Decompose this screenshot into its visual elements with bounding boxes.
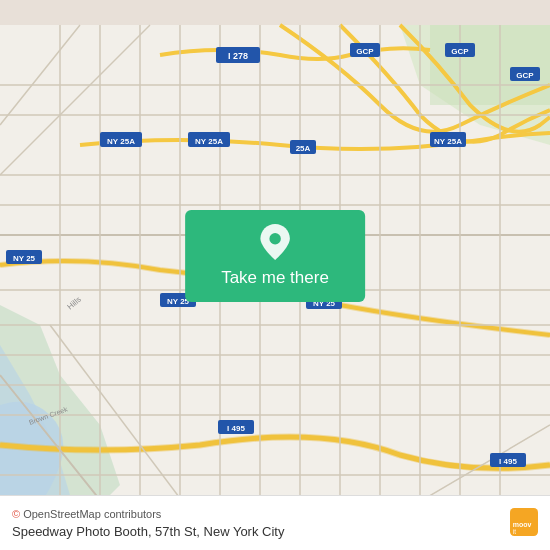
moovit-logo: moov it: [510, 508, 538, 536]
svg-text:25A: 25A: [296, 144, 311, 153]
svg-text:moov: moov: [513, 521, 532, 528]
location-text: Speedway Photo Booth, 57th St, New York …: [12, 524, 284, 539]
map-container: I 278 GCP GCP GCP NY 25A NY 25A NY 25A 2…: [0, 0, 550, 550]
take-me-there-button[interactable]: Take me there: [185, 210, 365, 302]
svg-text:I 495: I 495: [227, 424, 245, 433]
cta-label: Take me there: [221, 268, 329, 288]
svg-text:NY 25A: NY 25A: [107, 137, 135, 146]
bottom-bar-left: © OpenStreetMap contributors Speedway Ph…: [12, 504, 284, 540]
svg-text:NY 25: NY 25: [13, 254, 36, 263]
bottom-bar: © OpenStreetMap contributors Speedway Ph…: [0, 495, 550, 550]
attribution-text: © OpenStreetMap contributors: [12, 508, 161, 520]
svg-text:NY 25A: NY 25A: [195, 137, 223, 146]
location-pin-icon: [257, 224, 293, 260]
moovit-icon: moov it: [510, 508, 538, 536]
svg-text:I 278: I 278: [228, 51, 248, 61]
svg-point-57: [269, 233, 280, 244]
svg-text:GCP: GCP: [451, 47, 469, 56]
svg-text:GCP: GCP: [356, 47, 374, 56]
svg-text:it: it: [513, 528, 516, 535]
svg-text:I 495: I 495: [499, 457, 517, 466]
svg-text:NY 25A: NY 25A: [434, 137, 462, 146]
attribution-osm: OpenStreetMap contributors: [23, 508, 161, 520]
copyright-symbol: ©: [12, 508, 20, 520]
svg-text:GCP: GCP: [516, 71, 534, 80]
attribution: © OpenStreetMap contributors Speedway Ph…: [12, 504, 284, 540]
